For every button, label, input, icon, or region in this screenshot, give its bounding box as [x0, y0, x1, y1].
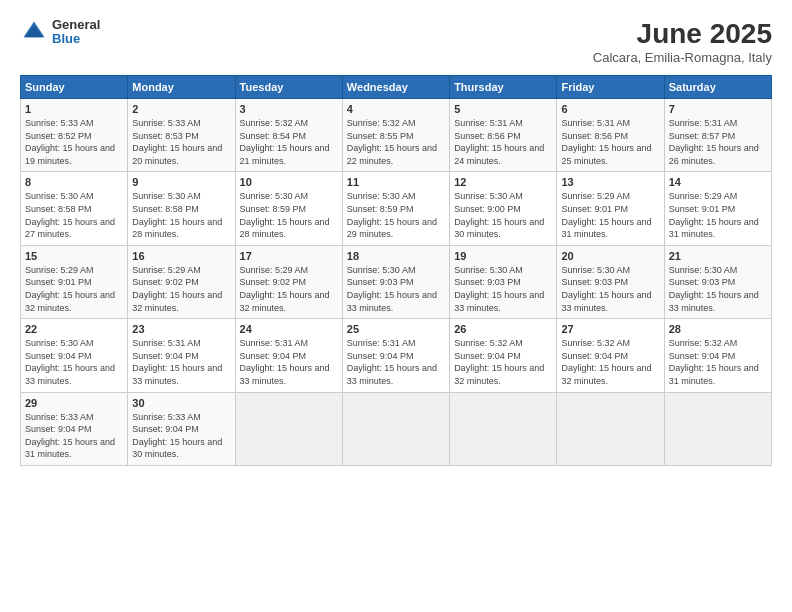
title-block: June 2025 Calcara, Emilia-Romagna, Italy: [593, 18, 772, 65]
calendar-cell: 21 Sunrise: 5:30 AM Sunset: 9:03 PM Dayl…: [664, 245, 771, 318]
calendar-cell: 7 Sunrise: 5:31 AM Sunset: 8:57 PM Dayli…: [664, 99, 771, 172]
calendar-cell: 2 Sunrise: 5:33 AM Sunset: 8:53 PM Dayli…: [128, 99, 235, 172]
calendar-week-row: 22 Sunrise: 5:30 AM Sunset: 9:04 PM Dayl…: [21, 319, 772, 392]
calendar-cell: [342, 392, 449, 465]
calendar-week-row: 1 Sunrise: 5:33 AM Sunset: 8:52 PM Dayli…: [21, 99, 772, 172]
header-row: Sunday Monday Tuesday Wednesday Thursday…: [21, 76, 772, 99]
day-number: 7: [669, 103, 767, 115]
calendar-cell: [664, 392, 771, 465]
day-number: 21: [669, 250, 767, 262]
calendar-cell: 24 Sunrise: 5:31 AM Sunset: 9:04 PM Dayl…: [235, 319, 342, 392]
day-number: 30: [132, 397, 230, 409]
col-wednesday: Wednesday: [342, 76, 449, 99]
day-number: 22: [25, 323, 123, 335]
calendar-cell: 4 Sunrise: 5:32 AM Sunset: 8:55 PM Dayli…: [342, 99, 449, 172]
day-detail: Sunrise: 5:32 AM Sunset: 9:04 PM Dayligh…: [454, 337, 552, 387]
calendar-cell: 19 Sunrise: 5:30 AM Sunset: 9:03 PM Dayl…: [450, 245, 557, 318]
calendar-cell: 10 Sunrise: 5:30 AM Sunset: 8:59 PM Dayl…: [235, 172, 342, 245]
day-detail: Sunrise: 5:33 AM Sunset: 9:04 PM Dayligh…: [132, 411, 230, 461]
logo-general: General: [52, 18, 100, 32]
day-number: 3: [240, 103, 338, 115]
location: Calcara, Emilia-Romagna, Italy: [593, 50, 772, 65]
day-detail: Sunrise: 5:30 AM Sunset: 9:03 PM Dayligh…: [347, 264, 445, 314]
calendar-cell: 20 Sunrise: 5:30 AM Sunset: 9:03 PM Dayl…: [557, 245, 664, 318]
day-detail: Sunrise: 5:30 AM Sunset: 9:03 PM Dayligh…: [669, 264, 767, 314]
day-number: 4: [347, 103, 445, 115]
day-detail: Sunrise: 5:32 AM Sunset: 9:04 PM Dayligh…: [561, 337, 659, 387]
day-number: 26: [454, 323, 552, 335]
day-number: 27: [561, 323, 659, 335]
day-detail: Sunrise: 5:33 AM Sunset: 8:52 PM Dayligh…: [25, 117, 123, 167]
day-detail: Sunrise: 5:30 AM Sunset: 8:59 PM Dayligh…: [347, 190, 445, 240]
calendar-cell: 30 Sunrise: 5:33 AM Sunset: 9:04 PM Dayl…: [128, 392, 235, 465]
calendar-cell: 11 Sunrise: 5:30 AM Sunset: 8:59 PM Dayl…: [342, 172, 449, 245]
day-detail: Sunrise: 5:31 AM Sunset: 8:57 PM Dayligh…: [669, 117, 767, 167]
day-number: 28: [669, 323, 767, 335]
day-detail: Sunrise: 5:32 AM Sunset: 8:54 PM Dayligh…: [240, 117, 338, 167]
day-detail: Sunrise: 5:30 AM Sunset: 9:04 PM Dayligh…: [25, 337, 123, 387]
month-year: June 2025: [593, 18, 772, 50]
day-detail: Sunrise: 5:31 AM Sunset: 9:04 PM Dayligh…: [347, 337, 445, 387]
day-number: 1: [25, 103, 123, 115]
day-detail: Sunrise: 5:33 AM Sunset: 8:53 PM Dayligh…: [132, 117, 230, 167]
day-number: 20: [561, 250, 659, 262]
calendar-cell: 14 Sunrise: 5:29 AM Sunset: 9:01 PM Dayl…: [664, 172, 771, 245]
day-number: 2: [132, 103, 230, 115]
day-detail: Sunrise: 5:30 AM Sunset: 9:03 PM Dayligh…: [561, 264, 659, 314]
calendar-cell: 15 Sunrise: 5:29 AM Sunset: 9:01 PM Dayl…: [21, 245, 128, 318]
day-number: 18: [347, 250, 445, 262]
calendar-cell: [557, 392, 664, 465]
calendar-cell: 13 Sunrise: 5:29 AM Sunset: 9:01 PM Dayl…: [557, 172, 664, 245]
col-monday: Monday: [128, 76, 235, 99]
logo-icon: [20, 18, 48, 46]
calendar-cell: 3 Sunrise: 5:32 AM Sunset: 8:54 PM Dayli…: [235, 99, 342, 172]
calendar-cell: 1 Sunrise: 5:33 AM Sunset: 8:52 PM Dayli…: [21, 99, 128, 172]
calendar-cell: 17 Sunrise: 5:29 AM Sunset: 9:02 PM Dayl…: [235, 245, 342, 318]
logo-blue: Blue: [52, 32, 100, 46]
calendar: Sunday Monday Tuesday Wednesday Thursday…: [20, 75, 772, 466]
day-number: 11: [347, 176, 445, 188]
day-number: 5: [454, 103, 552, 115]
col-tuesday: Tuesday: [235, 76, 342, 99]
calendar-cell: 9 Sunrise: 5:30 AM Sunset: 8:58 PM Dayli…: [128, 172, 235, 245]
day-detail: Sunrise: 5:31 AM Sunset: 9:04 PM Dayligh…: [132, 337, 230, 387]
calendar-cell: 26 Sunrise: 5:32 AM Sunset: 9:04 PM Dayl…: [450, 319, 557, 392]
calendar-cell: 29 Sunrise: 5:33 AM Sunset: 9:04 PM Dayl…: [21, 392, 128, 465]
calendar-week-row: 29 Sunrise: 5:33 AM Sunset: 9:04 PM Dayl…: [21, 392, 772, 465]
calendar-cell: 25 Sunrise: 5:31 AM Sunset: 9:04 PM Dayl…: [342, 319, 449, 392]
day-detail: Sunrise: 5:30 AM Sunset: 8:58 PM Dayligh…: [132, 190, 230, 240]
day-detail: Sunrise: 5:29 AM Sunset: 9:01 PM Dayligh…: [669, 190, 767, 240]
calendar-cell: 6 Sunrise: 5:31 AM Sunset: 8:56 PM Dayli…: [557, 99, 664, 172]
calendar-week-row: 15 Sunrise: 5:29 AM Sunset: 9:01 PM Dayl…: [21, 245, 772, 318]
day-detail: Sunrise: 5:30 AM Sunset: 8:59 PM Dayligh…: [240, 190, 338, 240]
calendar-header: Sunday Monday Tuesday Wednesday Thursday…: [21, 76, 772, 99]
calendar-cell: 27 Sunrise: 5:32 AM Sunset: 9:04 PM Dayl…: [557, 319, 664, 392]
day-detail: Sunrise: 5:31 AM Sunset: 9:04 PM Dayligh…: [240, 337, 338, 387]
col-thursday: Thursday: [450, 76, 557, 99]
calendar-cell: 22 Sunrise: 5:30 AM Sunset: 9:04 PM Dayl…: [21, 319, 128, 392]
day-detail: Sunrise: 5:29 AM Sunset: 9:01 PM Dayligh…: [25, 264, 123, 314]
col-friday: Friday: [557, 76, 664, 99]
calendar-cell: 18 Sunrise: 5:30 AM Sunset: 9:03 PM Dayl…: [342, 245, 449, 318]
day-detail: Sunrise: 5:31 AM Sunset: 8:56 PM Dayligh…: [561, 117, 659, 167]
logo-text: General Blue: [52, 18, 100, 47]
day-number: 10: [240, 176, 338, 188]
day-number: 29: [25, 397, 123, 409]
day-number: 8: [25, 176, 123, 188]
calendar-week-row: 8 Sunrise: 5:30 AM Sunset: 8:58 PM Dayli…: [21, 172, 772, 245]
day-detail: Sunrise: 5:29 AM Sunset: 9:01 PM Dayligh…: [561, 190, 659, 240]
day-number: 25: [347, 323, 445, 335]
day-number: 19: [454, 250, 552, 262]
day-detail: Sunrise: 5:29 AM Sunset: 9:02 PM Dayligh…: [240, 264, 338, 314]
page: General Blue June 2025 Calcara, Emilia-R…: [0, 0, 792, 612]
day-number: 9: [132, 176, 230, 188]
day-number: 24: [240, 323, 338, 335]
calendar-body: 1 Sunrise: 5:33 AM Sunset: 8:52 PM Dayli…: [21, 99, 772, 466]
day-number: 16: [132, 250, 230, 262]
day-number: 15: [25, 250, 123, 262]
day-detail: Sunrise: 5:29 AM Sunset: 9:02 PM Dayligh…: [132, 264, 230, 314]
calendar-cell: 28 Sunrise: 5:32 AM Sunset: 9:04 PM Dayl…: [664, 319, 771, 392]
calendar-cell: 5 Sunrise: 5:31 AM Sunset: 8:56 PM Dayli…: [450, 99, 557, 172]
calendar-cell: 16 Sunrise: 5:29 AM Sunset: 9:02 PM Dayl…: [128, 245, 235, 318]
day-number: 23: [132, 323, 230, 335]
